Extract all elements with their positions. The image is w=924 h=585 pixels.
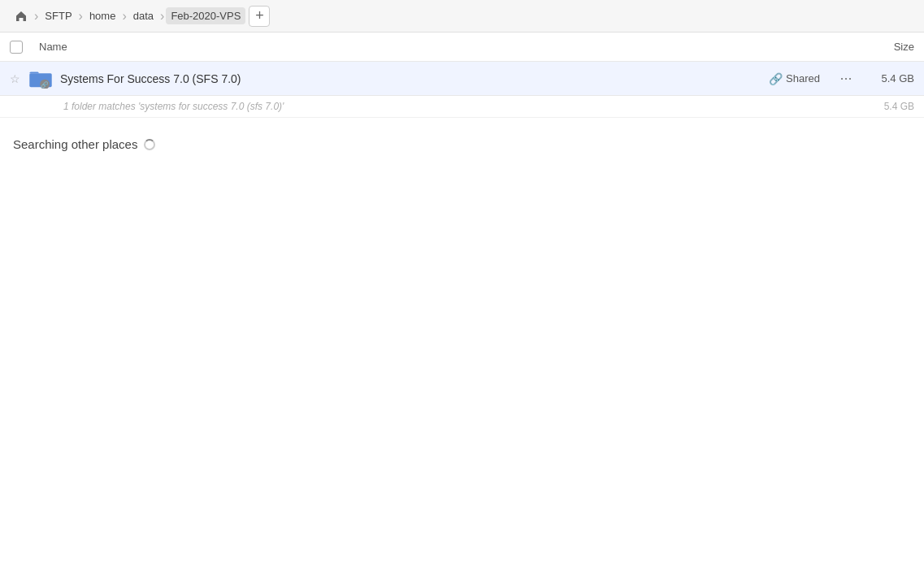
shared-label-container: 🔗 Shared [769,72,820,85]
file-name: Systems For Success 7.0 (SFS 7.0) [60,72,769,85]
name-column-header: Name [39,41,849,53]
size-column-header: Size [849,41,914,53]
loading-spinner [144,139,155,150]
breadcrumb-sftp[interactable]: SFTP [40,7,76,24]
column-header: Name Size [0,32,924,62]
searching-section: Searching other places [0,118,924,161]
svg-text:🔗: 🔗 [41,80,49,89]
shared-label: Shared [786,72,820,84]
breadcrumb-home[interactable]: home [85,7,121,24]
match-description: 1 folder matches 'systems for success 7.… [63,101,865,112]
separator-3: › [122,9,126,24]
breadcrumb-bar: › SFTP › home › data › Feb-2020-VPS + [0,0,924,32]
separator-1: › [34,9,38,24]
select-all-checkbox[interactable] [10,41,23,54]
breadcrumb-data[interactable]: data [128,7,158,24]
separator-4: › [160,9,164,24]
file-row[interactable]: ☆ 🔗 Systems For Success 7.0 (SFS 7.0) 🔗 … [0,62,924,96]
folder-icon: 🔗 [29,69,55,89]
add-breadcrumb-button[interactable]: + [249,6,270,27]
link-icon: 🔗 [769,72,783,85]
file-size: 5.4 GB [865,72,914,84]
searching-label: Searching other places [13,137,137,151]
more-options-button[interactable]: ··· [833,70,859,87]
separator-2: › [79,9,83,24]
match-info-row: 1 folder matches 'systems for success 7.… [0,96,924,118]
match-size: 5.4 GB [865,101,914,112]
star-icon[interactable]: ☆ [10,72,29,85]
breadcrumb-feb2020vps[interactable]: Feb-2020-VPS [166,7,245,24]
home-button[interactable] [10,5,33,28]
select-all-checkbox-container[interactable] [10,41,39,54]
